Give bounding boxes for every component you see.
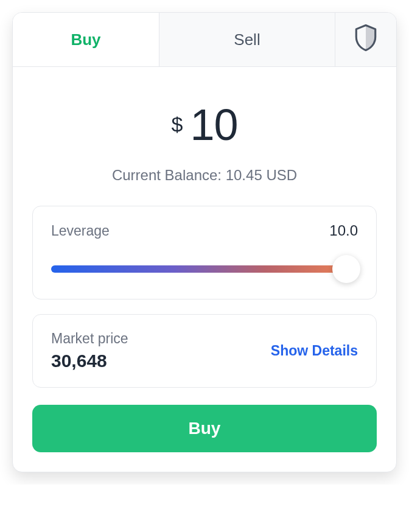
shield-icon [354,24,377,55]
balance-value: 10.45 USD [226,167,297,183]
slider-thumb[interactable] [332,255,360,283]
tab-shield[interactable] [335,13,396,66]
leverage-slider[interactable] [51,255,358,283]
tab-buy-label: Buy [71,30,100,49]
tab-buy[interactable]: Buy [13,13,159,66]
show-details-link[interactable]: Show Details [271,343,358,359]
leverage-label: Leverage [51,223,110,239]
leverage-header: Leverage 10.0 [51,222,358,239]
tab-sell-label: Sell [234,30,260,49]
balance-label: Current Balance: [112,167,226,183]
leverage-panel: Leverage 10.0 [32,206,377,299]
currency-symbol: $ [171,113,183,138]
leverage-value: 10.0 [329,222,358,239]
market-price-value: 30,648 [51,351,128,371]
market-row: Market price 30,648 Show Details [51,331,358,371]
tab-sell[interactable]: Sell [159,13,335,66]
tab-bar: Buy Sell [13,13,396,67]
market-left: Market price 30,648 [51,331,128,371]
buy-button-label: Buy [189,419,221,438]
amount-value: 10 [190,100,237,150]
buy-button[interactable]: Buy [32,405,377,452]
market-price-label: Market price [51,331,128,347]
amount-display[interactable]: $ 10 [32,100,377,150]
trade-card: Buy Sell $ 10 Current Balance: 10.45 USD [12,12,397,472]
market-panel: Market price 30,648 Show Details [32,314,377,388]
slider-track [51,265,358,273]
balance-row: Current Balance: 10.45 USD [32,167,377,184]
card-content: $ 10 Current Balance: 10.45 USD Leverage… [13,67,396,472]
